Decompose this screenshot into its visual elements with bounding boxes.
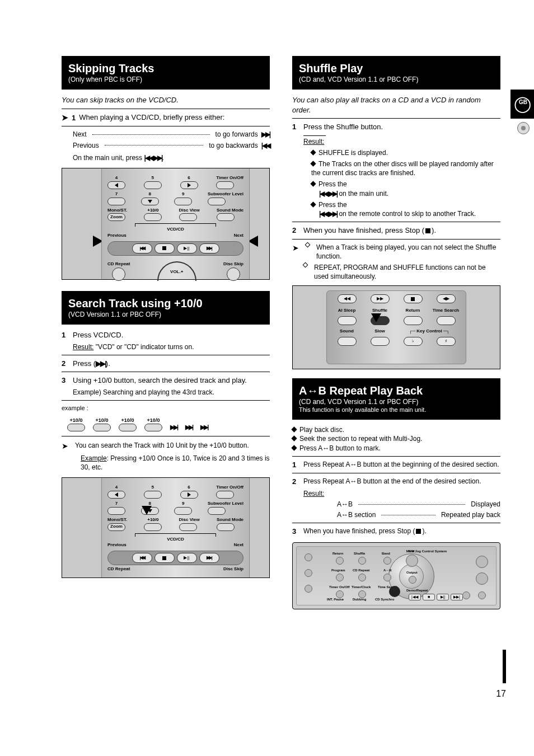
fp-shuffle-knob[interactable] [358,557,366,565]
fp-knob[interactable] [305,585,312,593]
key-4[interactable] [107,181,125,189]
plus10-button[interactable] [144,523,162,531]
slow-button[interactable] [371,337,390,346]
fp-right-knob2[interactable] [476,572,488,585]
fp-band-knob[interactable] [383,557,391,565]
plus10-button[interactable] [144,213,162,221]
result-label: Result: [303,138,324,145]
skip-unit-line: On the main unit, press |◀◀ ▶▶|. [73,153,270,162]
plus10-key[interactable] [144,424,162,431]
result-text: "VCD" or "CD" indicator turns on. [96,343,194,351]
key-5[interactable] [144,181,162,189]
timer-label: Timer On/Off [216,175,243,181]
discskip-button[interactable] [227,267,240,281]
pointer-arrow-down [371,313,381,322]
divider [292,222,500,222]
sound-button[interactable] [338,337,357,346]
prev-button[interactable]: |◀◀ [132,553,152,563]
prev-button[interactable]: |◀◀ [132,243,152,253]
play-pause-button[interactable]: ▶|| [177,243,197,253]
vcdcd-label: VCD/CD [107,537,243,543]
play-pause-button[interactable]: ▶|| [177,553,197,563]
key-5[interactable] [144,491,162,499]
key-6[interactable] [180,491,198,499]
previous-label: Previous [107,542,127,548]
shuffle-label-wrap: Shuffle [366,308,394,314]
left-right-button[interactable]: ◀▶ [437,294,456,303]
key-flat-button[interactable]: ♭ [404,337,423,346]
plus10-key[interactable] [119,424,137,431]
discview-button[interactable] [179,213,197,221]
fp-knob[interactable] [305,553,312,561]
step-number: 1 [62,330,69,340]
key-9[interactable] [174,198,192,205]
zoom-button[interactable]: Zoom [107,523,125,531]
timer-button[interactable] [216,491,234,499]
key-7[interactable] [107,198,125,205]
timesearch-button[interactable] [437,316,456,325]
ab-bullet1: Play back disc. [292,425,500,434]
fp-right-knob3[interactable] [478,591,486,599]
fp-prev[interactable]: |◀◀ [409,594,421,600]
fp-ab-knob[interactable] [383,574,391,581]
divider [292,473,500,473]
ab-bullet2: Seek the section to repeat with Multi-Jo… [292,434,500,443]
subwoofer-button[interactable] [208,198,226,205]
fp-label-program: Program [331,568,345,572]
cdrepeat-button[interactable] [112,267,125,281]
stop-button[interactable] [404,294,423,303]
subwoofer-button[interactable] [208,507,226,515]
sharp-icon: ♯ [445,339,447,345]
ffwd-button[interactable]: ▶▶ [371,294,390,303]
monost-label: Mono/ST. [107,517,127,523]
fp-ab-highlight [389,586,400,597]
plus10-key[interactable] [93,424,111,431]
return-button[interactable] [404,316,423,325]
aisleep-button[interactable] [338,316,357,325]
stop-button[interactable] [154,553,175,563]
fp-next[interactable]: ▶▶| [451,594,463,600]
right-column: Shuffle Play (CD and, VCD Version 1.1 or… [292,56,500,609]
cdrepeat-label: CD Repeat [107,566,130,572]
ab-bullet3: Press A↔B button to mark. [292,444,500,453]
discskip-label: Disc Skip [223,566,243,572]
key-sharp-button[interactable]: ♯ [437,337,456,346]
key-9[interactable] [174,507,192,515]
fp-cdrepeat-knob[interactable] [358,574,366,581]
volume-up[interactable]: VOL.+ [157,261,196,281]
fp-knob[interactable] [305,569,312,577]
discview-button[interactable] [179,523,197,531]
next-button[interactable]: ▶▶| [199,553,219,563]
step-number: 2 [62,359,69,369]
fp-label-band: Band [382,551,390,556]
fp-right-knob1[interactable] [476,556,488,568]
timesearch-label: Time Search [432,308,460,314]
soundmode-button[interactable] [217,523,235,531]
fp-return-knob[interactable] [336,557,344,565]
fp-label-intpause: INT. Pause [327,597,344,602]
zoom-button[interactable]: Zoom [107,213,125,221]
fp-pw-knob[interactable] [406,555,418,567]
key-4[interactable] [107,491,125,499]
timer-button[interactable] [216,181,234,189]
fp-program-knob[interactable] [336,574,344,581]
key-7[interactable] [107,507,125,515]
step-text: Press (▶▶|). [73,359,270,369]
plus10-key[interactable] [67,424,85,431]
fp-output-knob[interactable] [409,576,416,584]
fp-play[interactable]: ▶|| [437,594,449,600]
divider [62,109,270,109]
soundmode-button[interactable] [217,213,235,221]
fp-right-knob4[interactable] [462,591,470,599]
fp-stop[interactable]: ■ [423,594,435,600]
step-number: 1 [292,122,300,132]
fp-label-cdrepeat: CD Repeat [353,568,369,572]
remote-illustration-1: 4 5 6 Timer On/Off 7 8 9 Subwoofer Level… [62,168,270,280]
stop-button[interactable] [154,243,175,253]
key-6[interactable] [180,181,198,189]
divider [292,118,500,119]
divider [62,372,270,372]
key-8[interactable] [141,198,159,205]
rewind-button[interactable]: ◀◀ [338,294,357,303]
next-button[interactable]: ▶▶| [199,243,219,253]
